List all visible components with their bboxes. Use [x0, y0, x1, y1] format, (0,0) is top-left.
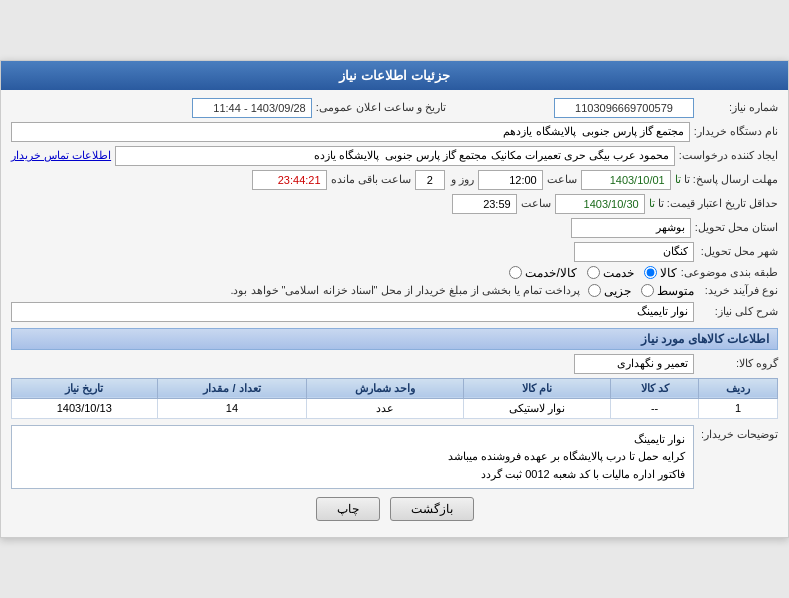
shahr-field[interactable] — [574, 242, 694, 262]
tamaas-link[interactable]: اطلاعات تماس خریدار — [11, 149, 111, 162]
mohlat-date-field[interactable] — [581, 170, 671, 190]
nam-dastgah-label: نام دستگاه خریدار: — [694, 125, 778, 138]
table-row: 1 -- نوار لاستیکی عدد 14 1403/10/13 — [12, 398, 778, 418]
description-label: توضیحات خریدار: — [698, 425, 778, 441]
ostan-label: استان محل تحویل: — [695, 221, 778, 234]
group-field[interactable] — [574, 354, 694, 374]
tabaqe-khadamat-label: خدمت — [603, 266, 634, 280]
remaining-label: ساعت باقی مانده — [331, 173, 411, 186]
pardakht-jozi-item[interactable]: جزیی — [588, 284, 631, 298]
jadval-label: حداقل تاریخ اعتبار قیمت: تا تا — [649, 197, 778, 210]
pardakht-label: نوع فرآیند خرید: — [698, 284, 778, 297]
ostan-field[interactable] — [571, 218, 691, 238]
description-box: نوار تایمینگ کرایه حمل تا درب پالایشگاه … — [11, 425, 694, 490]
tabaqe-kala-khadamat-radio[interactable] — [509, 266, 522, 279]
ijad-konande-label: ایجاد کننده درخواست: — [679, 149, 778, 162]
pardakht-motevaset-radio[interactable] — [641, 284, 654, 297]
jadval-date-field[interactable] — [555, 194, 645, 214]
pardakht-motevaset-item[interactable]: متوسط — [641, 284, 694, 298]
tarikh-label: تاریخ و ساعت اعلان عمومی: — [316, 101, 446, 114]
sarh-label: شرح کلی نیاز: — [698, 305, 778, 318]
page-header: جزئیات اطلاعات نیاز — [1, 61, 788, 90]
group-label: گروه کالا: — [698, 357, 778, 370]
rooz-label: روز و — [449, 173, 474, 186]
tabaqe-kala-khadamat-item[interactable]: کالا/خدمت — [509, 266, 576, 280]
saat-label: ساعت — [547, 173, 577, 186]
pardakht-jozi-label: جزیی — [604, 284, 631, 298]
col-kod: کد کالا — [611, 378, 699, 398]
mohlat-time-field[interactable] — [478, 170, 543, 190]
tabaqe-radio-group: کالا/خدمت خدمت کالا — [509, 266, 676, 280]
desc-line-1: نوار تایمینگ — [20, 431, 685, 449]
col-tarikh: تاریخ نیاز — [12, 378, 158, 398]
pardakht-note: پرداخت تمام یا بخشی از مبلغ خریدار از مح… — [230, 284, 580, 297]
cell-tedad: 14 — [157, 398, 307, 418]
cell-tarikh: 1403/10/13 — [12, 398, 158, 418]
tabaqe-label: طبقه بندی موضوعی: — [681, 266, 778, 279]
col-radif: ردیف — [698, 378, 777, 398]
button-row: بازگشت چاپ — [11, 497, 778, 529]
sarh-field[interactable] — [11, 302, 694, 322]
remaining-field[interactable] — [252, 170, 327, 190]
tarikh-field[interactable] — [192, 98, 312, 118]
desc-line-3: فاکتور اداره مالیات با کد شعبه 0012 ثبت … — [20, 466, 685, 484]
pardakht-radio-group: جزیی متوسط — [588, 284, 694, 298]
tabaqe-kala-item[interactable]: کالا — [644, 266, 677, 280]
rooz-field[interactable] — [415, 170, 445, 190]
tabaqe-kala-khadamat-label: کالا/خدمت — [525, 266, 576, 280]
mohlat-label: مهلت ارسال پاسخ: تا تا — [675, 173, 778, 186]
ijad-konande-field[interactable] — [115, 146, 675, 166]
pardakht-jozi-radio[interactable] — [588, 284, 601, 297]
col-vahed: واحد شمارش — [307, 378, 463, 398]
cell-kod: -- — [611, 398, 699, 418]
tabaqe-khadamat-item[interactable]: خدمت — [587, 266, 634, 280]
cell-radif: 1 — [698, 398, 777, 418]
desc-line-2: کرایه حمل تا درب پالایشگاه بر عهده فروشن… — [20, 448, 685, 466]
shomare-niaz-label: شماره نیاز: — [698, 101, 778, 114]
chap-button[interactable]: چاپ — [316, 497, 380, 521]
cell-name: نوار لاستیکی — [463, 398, 611, 418]
nam-dastgah-field[interactable] — [11, 122, 690, 142]
kala-table: ردیف کد کالا نام کالا واحد شمارش تعداد /… — [11, 378, 778, 419]
col-name: نام کالا — [463, 378, 611, 398]
shomare-niaz-field[interactable] — [554, 98, 694, 118]
jadval-time-field[interactable] — [452, 194, 517, 214]
etelaat-section-title: اطلاعات کالاهای مورد نیاز — [11, 328, 778, 350]
page-title: جزئیات اطلاعات نیاز — [339, 68, 449, 83]
shahr-label: شهر محل تحویل: — [698, 245, 778, 258]
tabaqe-kala-radio[interactable] — [644, 266, 657, 279]
bazgasht-button[interactable]: بازگشت — [390, 497, 474, 521]
pardakht-motevaset-label: متوسط — [657, 284, 694, 298]
jadval-saat-label: ساعت — [521, 197, 551, 210]
tabaqe-khadamat-radio[interactable] — [587, 266, 600, 279]
col-tedad: تعداد / مقدار — [157, 378, 307, 398]
tabaqe-kala-label: کالا — [660, 266, 677, 280]
cell-vahed: عدد — [307, 398, 463, 418]
